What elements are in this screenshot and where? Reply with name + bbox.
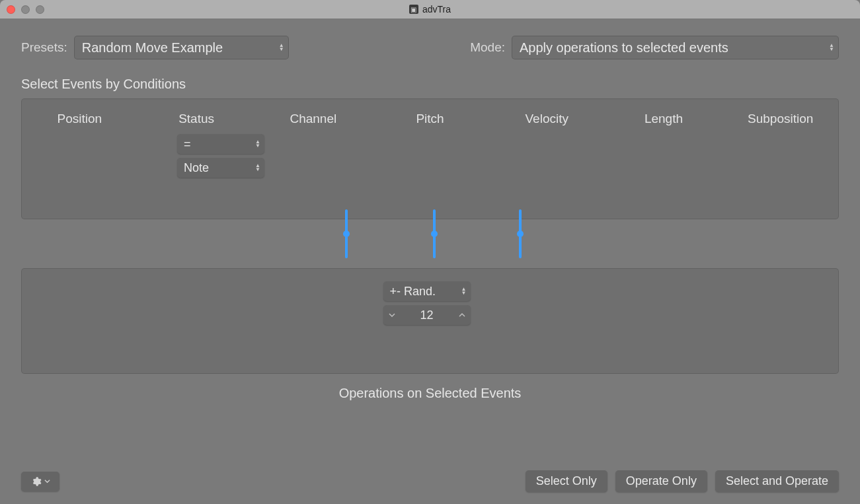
bottom-bar: Select Only Operate Only Select and Oper…	[21, 470, 839, 492]
chevron-down-icon	[44, 478, 50, 484]
minimize-icon[interactable]	[21, 5, 30, 14]
header-subposition: Subposition	[722, 112, 839, 126]
resize-handles	[21, 219, 839, 268]
window-title: advTra	[422, 4, 451, 15]
chevron-updown-icon: ▲▼	[251, 134, 264, 154]
settings-menu-button[interactable]	[21, 472, 59, 491]
operations-section-label: Operations on Selected Events	[21, 386, 839, 401]
chevron-updown-icon: ▲▼	[824, 36, 839, 59]
select-only-button[interactable]: Select Only	[526, 470, 607, 492]
split-handle[interactable]	[345, 209, 348, 258]
chevron-updown-icon: ▲▼	[457, 281, 471, 301]
status-type-select[interactable]: Note ▲▼	[177, 158, 264, 178]
operation-mode-select[interactable]: +- Rand. ▲▼	[383, 281, 471, 301]
top-row: Presets: Random Move Example ▲▼ Mode: Ap…	[21, 36, 839, 59]
chevron-up-icon[interactable]	[453, 305, 471, 325]
presets-group: Presets: Random Move Example ▲▼	[21, 36, 289, 59]
split-handle[interactable]	[519, 209, 522, 258]
window-controls	[7, 5, 44, 14]
chevron-updown-icon: ▲▼	[251, 158, 264, 178]
operation-controls: +- Rand. ▲▼ 12	[383, 281, 471, 374]
content-area: Presets: Random Move Example ▲▼ Mode: Ap…	[0, 18, 860, 504]
window-title-wrap: ▣ advTra	[0, 4, 860, 15]
header-status: Status	[138, 112, 255, 126]
app-icon: ▣	[409, 5, 418, 14]
mode-group: Mode: Apply operations to selected event…	[470, 36, 839, 59]
header-position: Position	[21, 112, 138, 126]
zoom-icon[interactable]	[36, 5, 44, 14]
status-operator-value: =	[177, 135, 251, 154]
chevron-down-icon[interactable]	[383, 305, 401, 325]
chevron-updown-icon: ▲▼	[274, 36, 289, 59]
conditions-panel: Position Status Channel Pitch Velocity L…	[21, 98, 839, 219]
mode-label: Mode:	[470, 40, 505, 55]
presets-label: Presets:	[21, 40, 67, 55]
header-velocity: Velocity	[489, 112, 606, 126]
conditions-section-label: Select Events by Conditions	[21, 77, 839, 92]
operations-panel: +- Rand. ▲▼ 12	[21, 268, 839, 374]
operation-value: 12	[401, 308, 453, 322]
split-handle[interactable]	[433, 209, 436, 258]
presets-select[interactable]: Random Move Example ▲▼	[74, 36, 289, 59]
presets-value: Random Move Example	[74, 36, 274, 59]
mode-value: Apply operations to selected events	[512, 36, 824, 59]
header-pitch: Pitch	[371, 112, 489, 126]
select-and-operate-button[interactable]: Select and Operate	[715, 470, 839, 492]
operation-value-stepper[interactable]: 12	[383, 305, 471, 325]
operate-only-button[interactable]: Operate Only	[615, 470, 707, 492]
titlebar: ▣ advTra	[0, 0, 860, 18]
status-controls: = ▲▼ Note ▲▼	[177, 134, 264, 178]
mode-select[interactable]: Apply operations to selected events ▲▼	[512, 36, 839, 59]
header-channel: Channel	[254, 112, 371, 126]
gear-icon	[31, 476, 42, 487]
operation-mode-value: +- Rand.	[383, 282, 457, 301]
status-operator-select[interactable]: = ▲▼	[177, 134, 264, 154]
close-icon[interactable]	[7, 5, 15, 14]
condition-headers: Position Status Channel Pitch Velocity L…	[21, 112, 839, 126]
status-type-value: Note	[177, 159, 251, 178]
header-length: Length	[606, 112, 723, 126]
action-buttons: Select Only Operate Only Select and Oper…	[526, 470, 839, 492]
